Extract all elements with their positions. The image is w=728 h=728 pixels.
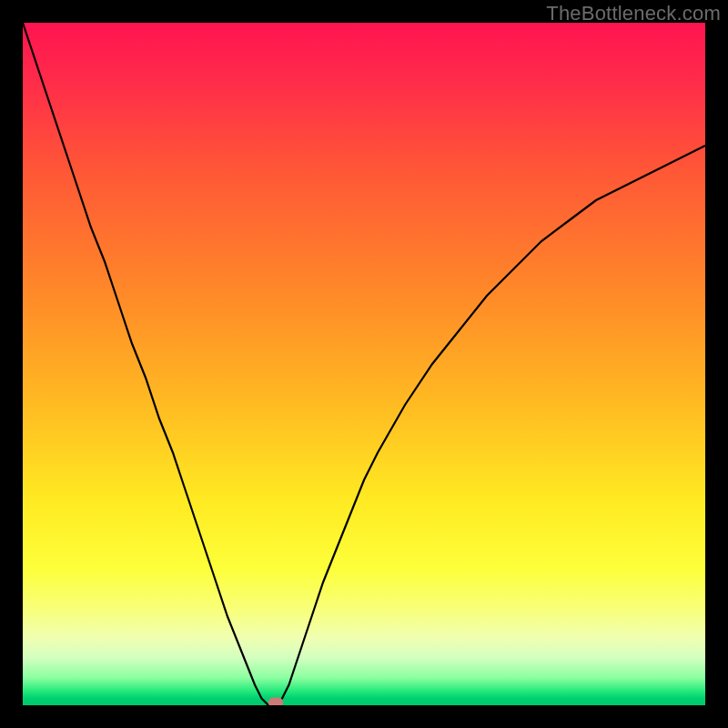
bottleneck-curve	[23, 23, 705, 705]
watermark-text: TheBottleneck.com	[546, 2, 721, 25]
chart-container: TheBottleneck.com	[0, 0, 728, 728]
plot-area	[23, 23, 705, 705]
optimal-point-marker	[268, 698, 283, 706]
